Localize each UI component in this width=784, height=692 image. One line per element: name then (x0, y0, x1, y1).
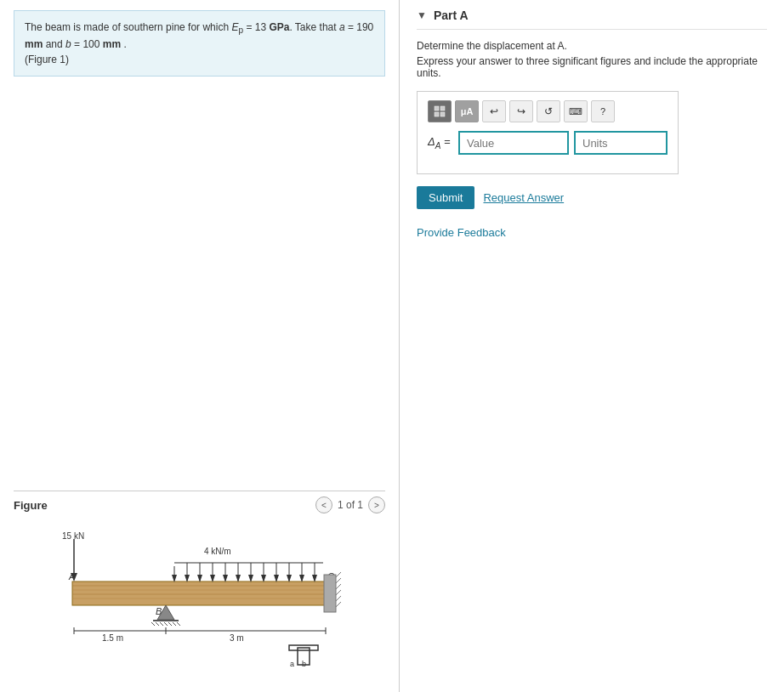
figure-nav: < 1 of 1 > (315, 496, 385, 513)
part-instruction: Express your answer to three significant… (417, 55, 767, 79)
svg-line-11 (156, 622, 159, 626)
refresh-icon: ↺ (544, 105, 553, 117)
svg-line-20 (336, 584, 341, 589)
svg-line-22 (336, 596, 341, 601)
request-answer-button[interactable]: Request Answer (483, 191, 564, 204)
answer-box: μA ↩ ↪ ↺ ⌨ ? (417, 91, 679, 174)
help-button[interactable]: ? (591, 100, 615, 122)
value-input[interactable] (458, 131, 569, 155)
keyboard-button[interactable]: ⌨ (564, 100, 588, 122)
svg-line-18 (336, 572, 341, 577)
answer-row: ΔA = (428, 131, 668, 155)
keyboard-icon: ⌨ (569, 106, 582, 117)
left-panel: The beam is made of southern pine for wh… (0, 0, 400, 692)
svg-rect-66 (435, 112, 439, 116)
svg-rect-0 (72, 581, 327, 605)
redo-button[interactable]: ↪ (509, 100, 533, 122)
svg-line-19 (336, 578, 341, 583)
help-label: ? (600, 106, 605, 116)
mu-button[interactable]: μA (455, 100, 479, 122)
svg-text:b: b (302, 660, 306, 666)
problem-statement: The beam is made of southern pine for wh… (14, 10, 385, 77)
figure-section: Figure < 1 of 1 > A (0, 491, 399, 675)
submit-button[interactable]: Submit (417, 186, 474, 209)
part-subtitle: Determine the displacement at A. (417, 40, 767, 52)
svg-rect-65 (440, 106, 445, 111)
svg-text:4 kN/m: 4 kN/m (204, 547, 231, 556)
grid-icon (434, 105, 446, 117)
svg-text:15 kN: 15 kN (62, 531, 84, 541)
svg-line-14 (168, 622, 172, 626)
svg-rect-67 (440, 112, 445, 116)
svg-line-13 (164, 622, 168, 626)
undo-button[interactable]: ↩ (482, 100, 506, 122)
part-title: Part A (434, 9, 469, 22)
units-input[interactable] (574, 131, 668, 155)
problem-text: The beam is made of southern pine for wh… (25, 21, 373, 65)
svg-text:3 m: 3 m (230, 633, 244, 643)
beam-svg: A B C (38, 530, 361, 666)
answer-label: ΔA = (428, 135, 453, 150)
svg-line-23 (336, 602, 341, 607)
undo-icon: ↩ (490, 105, 498, 117)
part-header: ▼ Part A (417, 9, 767, 30)
feedback-section: Provide Feedback (417, 226, 767, 239)
svg-line-15 (173, 622, 176, 626)
svg-line-16 (177, 622, 180, 626)
beam-diagram: A B C (14, 522, 385, 675)
next-figure-button[interactable]: > (368, 496, 385, 513)
grid-button[interactable] (428, 100, 452, 122)
collapse-arrow[interactable]: ▼ (417, 9, 427, 21)
svg-text:1.5 m: 1.5 m (102, 633, 123, 643)
svg-line-12 (160, 622, 163, 626)
redo-icon: ↪ (517, 105, 526, 117)
figure-counter: 1 of 1 (338, 499, 363, 511)
refresh-button[interactable]: ↺ (537, 100, 560, 122)
svg-rect-17 (324, 575, 336, 612)
svg-line-10 (151, 622, 155, 626)
prev-figure-button[interactable]: < (315, 496, 332, 513)
right-panel: ▼ Part A Determine the displacement at A… (400, 0, 784, 692)
button-row: Submit Request Answer (417, 186, 767, 209)
figure-header: Figure < 1 of 1 > (14, 491, 385, 513)
mu-label: μA (461, 106, 474, 116)
figure-title: Figure (14, 499, 48, 512)
toolbar: μA ↩ ↪ ↺ ⌨ ? (428, 100, 668, 122)
provide-feedback-link[interactable]: Provide Feedback (417, 226, 506, 239)
svg-rect-64 (435, 106, 439, 111)
svg-text:a: a (290, 660, 294, 666)
svg-line-21 (336, 590, 341, 595)
